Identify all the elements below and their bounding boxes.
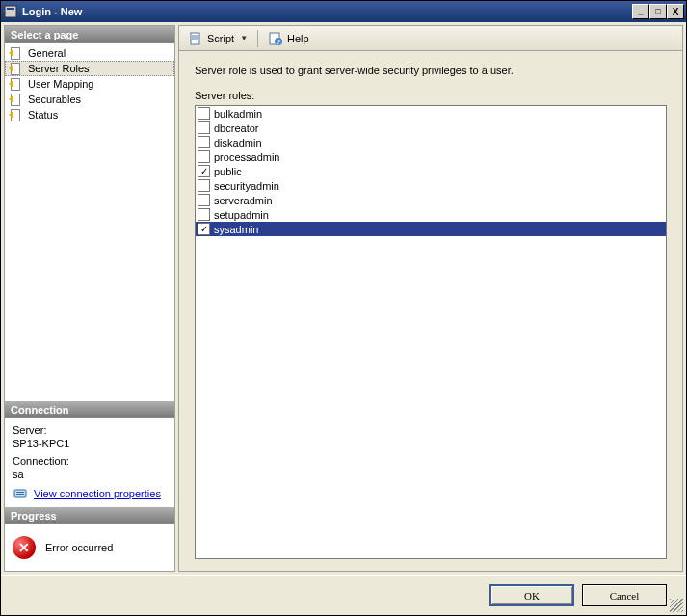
svg-rect-0 bbox=[5, 6, 16, 17]
role-label: dbcreator bbox=[214, 122, 258, 134]
connection-properties-icon bbox=[13, 486, 28, 501]
page-icon bbox=[9, 77, 24, 91]
role-label: processadmin bbox=[214, 151, 279, 163]
maximize-button[interactable]: □ bbox=[649, 4, 667, 19]
role-label: bulkadmin bbox=[214, 108, 262, 120]
right-panel: Script ▼ ? Help Server role is used to bbox=[178, 25, 683, 572]
page-item-label: User Mapping bbox=[28, 78, 93, 90]
connection-value: sa bbox=[13, 469, 167, 480]
select-page-header: Select a page bbox=[5, 26, 174, 43]
window-title: Login - New bbox=[22, 6, 632, 17]
titlebar: Login - New _ □ X bbox=[1, 1, 686, 22]
progress-header: Progress bbox=[5, 507, 174, 524]
role-row-bulkadmin[interactable]: bulkadmin bbox=[196, 106, 666, 121]
role-label: setupadmin bbox=[214, 209, 269, 221]
page-item-label: Status bbox=[28, 109, 58, 121]
role-checkbox[interactable] bbox=[198, 150, 210, 163]
left-panel: Select a page GeneralServer RolesUser Ma… bbox=[4, 25, 175, 572]
role-row-diskadmin[interactable]: diskadmin bbox=[196, 135, 666, 149]
svg-rect-3 bbox=[16, 492, 24, 493]
role-checkbox[interactable]: ✓ bbox=[198, 165, 210, 177]
help-button[interactable]: ? Help bbox=[263, 28, 314, 49]
svg-rect-5 bbox=[191, 33, 199, 44]
role-checkbox[interactable] bbox=[198, 121, 210, 134]
role-row-securityadmin[interactable]: securityadmin bbox=[196, 178, 666, 193]
error-icon: ✕ bbox=[13, 536, 36, 559]
role-row-serveradmin[interactable]: serveradmin bbox=[196, 193, 666, 207]
connection-body: Server: SP13-KPC1 Connection: sa View co… bbox=[5, 418, 174, 507]
role-row-processadmin[interactable]: processadmin bbox=[196, 149, 666, 164]
page-list: GeneralServer RolesUser MappingSecurable… bbox=[5, 43, 174, 401]
app-icon bbox=[3, 4, 18, 19]
role-checkbox[interactable] bbox=[198, 136, 210, 148]
page-item-server-roles[interactable]: Server Roles bbox=[5, 61, 174, 76]
server-roles-list[interactable]: bulkadmindbcreatordiskadminprocessadmin✓… bbox=[195, 105, 667, 559]
page-item-user-mapping[interactable]: User Mapping bbox=[5, 76, 174, 92]
toolbar: Script ▼ ? Help bbox=[179, 26, 682, 51]
toolbar-separator bbox=[257, 30, 258, 47]
role-checkbox[interactable]: ✓ bbox=[198, 223, 210, 235]
server-label: Server: bbox=[13, 424, 167, 436]
role-row-setupadmin[interactable]: setupadmin bbox=[196, 207, 666, 222]
role-row-dbcreator[interactable]: dbcreator bbox=[196, 121, 666, 135]
progress-body: ✕ Error occurred bbox=[5, 524, 174, 571]
page-item-label: Securables bbox=[28, 94, 81, 105]
svg-rect-1 bbox=[7, 8, 14, 10]
chevron-down-icon: ▼ bbox=[240, 34, 248, 42]
role-label: public bbox=[214, 166, 242, 177]
close-button[interactable]: X bbox=[667, 4, 684, 19]
cancel-button[interactable]: Cancel bbox=[582, 584, 667, 606]
help-label: Help bbox=[287, 33, 309, 44]
svg-text:?: ? bbox=[277, 39, 280, 45]
ok-button[interactable]: OK bbox=[489, 584, 574, 606]
role-row-public[interactable]: ✓public bbox=[196, 164, 666, 178]
page-item-general[interactable]: General bbox=[5, 45, 174, 61]
page-item-securables[interactable]: Securables bbox=[5, 92, 174, 107]
role-label: serveradmin bbox=[214, 195, 273, 206]
minimize-button[interactable]: _ bbox=[632, 4, 649, 19]
role-checkbox[interactable] bbox=[198, 208, 210, 221]
role-label: sysadmin bbox=[214, 224, 258, 235]
script-label: Script bbox=[207, 33, 234, 44]
page-description: Server role is used to grant server-wide… bbox=[179, 51, 682, 84]
server-value: SP13-KPC1 bbox=[13, 438, 167, 449]
role-label: securityadmin bbox=[214, 180, 279, 192]
script-icon bbox=[188, 31, 203, 46]
view-connection-properties-link[interactable]: View connection properties bbox=[34, 488, 161, 499]
resize-grip[interactable] bbox=[670, 599, 683, 612]
help-icon: ? bbox=[268, 31, 283, 46]
page-icon bbox=[9, 108, 24, 121]
progress-status: Error occurred bbox=[45, 542, 113, 553]
button-bar: OK Cancel bbox=[1, 575, 686, 615]
page-item-status[interactable]: Status bbox=[5, 107, 174, 122]
role-label: diskadmin bbox=[214, 137, 262, 148]
window-controls: _ □ X bbox=[632, 4, 684, 19]
page-icon bbox=[9, 62, 24, 75]
page-item-label: General bbox=[28, 47, 66, 59]
script-button[interactable]: Script ▼ bbox=[183, 28, 252, 49]
connection-label: Connection: bbox=[13, 455, 167, 467]
page-icon bbox=[9, 46, 24, 60]
role-checkbox[interactable] bbox=[198, 194, 210, 206]
svg-rect-4 bbox=[16, 494, 24, 495]
page-item-label: Server Roles bbox=[28, 63, 90, 74]
role-checkbox[interactable] bbox=[198, 179, 210, 192]
page-icon bbox=[9, 93, 24, 106]
role-checkbox[interactable] bbox=[198, 107, 210, 120]
server-roles-label: Server roles: bbox=[179, 84, 682, 101]
role-row-sysadmin[interactable]: ✓sysadmin bbox=[196, 222, 666, 236]
connection-header: Connection bbox=[5, 401, 174, 418]
